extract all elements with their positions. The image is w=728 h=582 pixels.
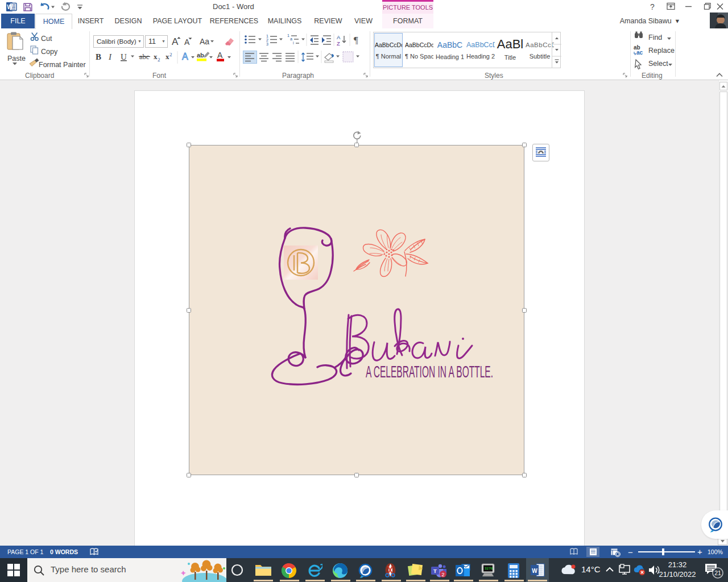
svg-text:A: A bbox=[184, 38, 190, 47]
svg-text:¶: ¶ bbox=[354, 35, 358, 45]
svg-text:i: i bbox=[293, 41, 294, 45]
svg-text:U: U bbox=[121, 52, 127, 61]
svg-text:2: 2 bbox=[266, 38, 268, 42]
svg-text:a: a bbox=[290, 37, 292, 41]
svg-text:Aa: Aa bbox=[200, 37, 209, 46]
svg-text:1: 1 bbox=[287, 34, 289, 38]
svg-text:?: ? bbox=[650, 2, 655, 11]
svg-text:B: B bbox=[96, 52, 101, 61]
svg-text:W: W bbox=[532, 568, 537, 574]
svg-text:A: A bbox=[182, 52, 188, 61]
svg-text:3270: 3270 bbox=[485, 567, 493, 571]
svg-text:A: A bbox=[337, 34, 341, 40]
svg-text:A: A bbox=[172, 36, 179, 47]
svg-text:A: A bbox=[217, 51, 223, 60]
svg-text:ab: ab bbox=[197, 52, 204, 59]
svg-text:1: 1 bbox=[266, 34, 268, 38]
svg-text:2: 2 bbox=[158, 57, 160, 63]
svg-text:T: T bbox=[433, 568, 437, 574]
svg-text:2: 2 bbox=[169, 52, 172, 57]
svg-text:2: 2 bbox=[441, 571, 444, 577]
svg-text:x: x bbox=[166, 52, 169, 61]
svg-text:I: I bbox=[108, 52, 112, 61]
svg-text:Z: Z bbox=[337, 40, 340, 47]
svg-text:ac: ac bbox=[636, 49, 643, 56]
svg-text:W: W bbox=[7, 3, 13, 10]
svg-text:x: x bbox=[154, 52, 158, 61]
svg-text:21: 21 bbox=[714, 569, 721, 576]
svg-text:3: 3 bbox=[266, 42, 268, 46]
